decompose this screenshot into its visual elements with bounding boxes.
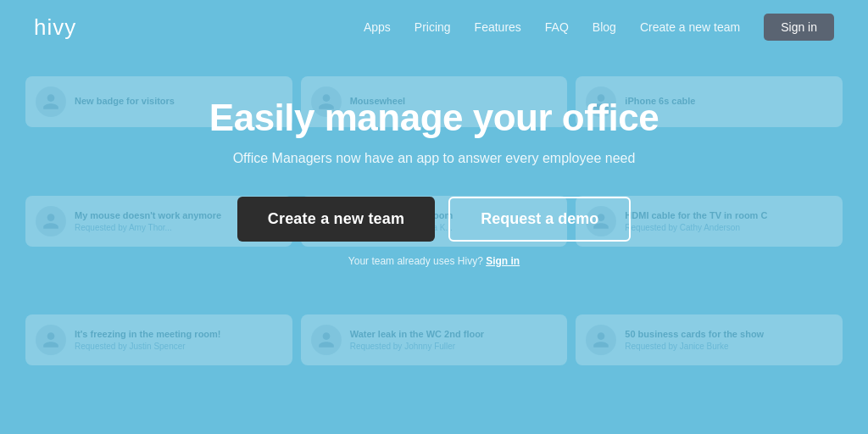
signin-link[interactable]: Sign in — [486, 255, 520, 267]
hero-title: Easily manage your office — [209, 97, 659, 139]
hero-buttons: Create a new team Request a demo Your te… — [237, 197, 632, 267]
request-demo-button[interactable]: Request a demo — [448, 197, 631, 242]
card-subtitle: Requested by Johnny Fuller — [350, 342, 558, 351]
hero-cta-row: Create a new team Request a demo — [237, 197, 632, 242]
nav-blog[interactable]: Blog — [593, 20, 616, 34]
list-item: 50 business cards for the show Requested… — [576, 314, 843, 365]
list-item: Water leak in the WC 2nd floor Requested… — [301, 314, 568, 365]
list-item: It's freezing in the meeting room! Reque… — [25, 314, 292, 365]
card-subtitle: Requested by Janice Burke — [625, 342, 832, 351]
nav-signin-button[interactable]: Sign in — [764, 14, 834, 41]
card-subtitle: Requested by Justin Spencer — [75, 342, 282, 351]
card-title: Water leak in the WC 2nd floor — [350, 329, 558, 339]
hero-section: Easily manage your office Office Manager… — [0, 54, 868, 267]
nav-features[interactable]: Features — [475, 20, 521, 34]
card-title: It's freezing in the meeting room! — [75, 329, 282, 339]
navbar: hivy Apps Pricing Features FAQ Blog Crea… — [0, 0, 868, 54]
nav-create-team[interactable]: Create a new team — [640, 20, 740, 34]
card-title: 50 business cards for the show — [625, 329, 832, 339]
already-uses-text: Your team already uses Hivy? Sign in — [348, 255, 520, 267]
nav-apps[interactable]: Apps — [364, 20, 391, 34]
avatar — [586, 325, 616, 355]
avatar — [311, 325, 342, 355]
nav-faq[interactable]: FAQ — [545, 20, 569, 34]
logo[interactable]: hivy — [34, 14, 76, 41]
avatar — [36, 325, 66, 355]
nav-pricing[interactable]: Pricing — [415, 20, 451, 34]
nav-links: Apps Pricing Features FAQ Blog Create a … — [364, 14, 834, 41]
create-team-button[interactable]: Create a new team — [237, 197, 435, 242]
hero-subtitle: Office Managers now have an app to answe… — [233, 151, 636, 166]
